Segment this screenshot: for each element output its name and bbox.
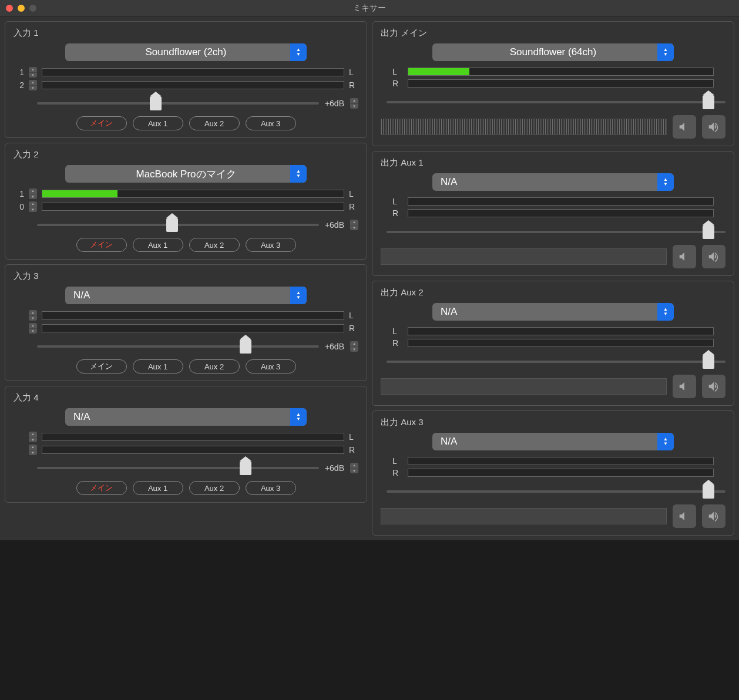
route-aux1-button[interactable]: Aux 1: [133, 481, 183, 495]
input-meters: 1▲▼L2▲▼R: [14, 67, 358, 90]
speaker-muted-icon: [678, 510, 691, 523]
route-aux1-button[interactable]: Aux 1: [133, 238, 183, 252]
dropdown-arrows-icon: ▲▼: [290, 43, 307, 61]
speaker-icon: [707, 120, 720, 133]
output-meter-r: [408, 79, 714, 88]
channel-number: 1: [14, 189, 24, 198]
route-aux1-button[interactable]: Aux 1: [133, 116, 183, 130]
route-aux2-button[interactable]: Aux 2: [189, 359, 240, 373]
channel-stepper[interactable]: ▲▼: [29, 445, 37, 455]
input-device-label: N/A: [73, 290, 90, 301]
channel-stepper[interactable]: ▲▼: [29, 80, 37, 90]
input-device-select[interactable]: MacBook Proのマイク▲▼: [65, 165, 307, 183]
out-R: R: [392, 79, 402, 88]
out-R: R: [392, 338, 402, 348]
channel-stepper[interactable]: ▲▼: [29, 323, 37, 334]
input-meter-row: 2▲▼R: [14, 80, 358, 90]
close-window-button[interactable]: [6, 5, 13, 12]
input-meter-row: 1▲▼L: [14, 67, 358, 78]
input-meters: ▲▼L▲▼R: [14, 432, 358, 455]
channel-stepper[interactable]: ▲▼: [29, 201, 37, 212]
input-device-label: N/A: [73, 411, 90, 423]
speaker-button[interactable]: [702, 245, 725, 268]
zoom-window-button[interactable]: [29, 5, 36, 12]
input-meter: [42, 68, 344, 76]
minimize-window-button[interactable]: [18, 5, 25, 12]
output-title: 出力 Aux 1: [381, 157, 725, 169]
input-device-select[interactable]: N/A▲▼: [65, 408, 307, 426]
gain-db-label: +6dB: [325, 99, 344, 108]
input-device-label: Soundflower (2ch): [146, 46, 227, 58]
channel-stepper[interactable]: ▲▼: [29, 189, 37, 199]
output-device-select[interactable]: N/A▲▼: [432, 433, 674, 450]
output-meters: LR: [381, 197, 725, 218]
speaker-icon: [707, 510, 720, 523]
output-device-label: N/A: [441, 306, 457, 318]
channel-stepper[interactable]: ▲▼: [350, 463, 358, 473]
mixer-content: 入力 1Soundflower (2ch)▲▼1▲▼L2▲▼R+6dB▲▼メイン…: [0, 16, 739, 540]
output-gain-slider[interactable]: [387, 484, 725, 499]
input-meter: [42, 324, 344, 332]
input-gain-slider[interactable]: [37, 339, 319, 354]
channel-stepper[interactable]: ▲▼: [29, 432, 37, 442]
input-device-select[interactable]: N/A▲▼: [65, 287, 307, 304]
output-panel-4: 出力 Aux 3N/A▲▼LR: [372, 410, 734, 536]
output-bottom-row: [381, 245, 725, 268]
output-gain-slider[interactable]: [387, 225, 725, 239]
route-aux2-button[interactable]: Aux 2: [189, 481, 240, 495]
input-panel-3: 入力 3N/A▲▼▲▼L▲▼R+6dB▲▼メインAux 1Aux 2Aux 3: [5, 264, 367, 381]
mute-button[interactable]: [673, 375, 696, 398]
speaker-button[interactable]: [702, 504, 725, 528]
input-gain-slider[interactable]: [37, 96, 319, 110]
route-aux3-button[interactable]: Aux 3: [246, 116, 296, 130]
output-device-select[interactable]: Soundflower (64ch)▲▼: [432, 43, 674, 61]
channel-stepper[interactable]: ▲▼: [350, 98, 358, 109]
vu-display: [381, 508, 667, 524]
route-main-button[interactable]: メイン: [76, 359, 127, 373]
route-aux1-button[interactable]: Aux 1: [133, 359, 183, 373]
input-device-select[interactable]: Soundflower (2ch)▲▼: [65, 43, 307, 61]
output-gain-slider[interactable]: [387, 355, 725, 369]
speaker-icon: [707, 380, 720, 393]
mute-button[interactable]: [673, 115, 696, 139]
input-title: 入力 1: [14, 28, 358, 39]
input-title: 入力 2: [14, 149, 358, 160]
channel-stepper[interactable]: ▲▼: [29, 67, 37, 78]
output-device-label: N/A: [441, 436, 457, 447]
output-gain-row: [381, 484, 725, 499]
channel-stepper[interactable]: ▲▼: [350, 220, 358, 230]
route-main-button[interactable]: メイン: [76, 238, 127, 252]
route-aux3-button[interactable]: Aux 3: [246, 481, 296, 495]
output-panel-2: 出力 Aux 1N/A▲▼LR: [372, 151, 734, 276]
output-meter-r: [408, 209, 714, 217]
input-meter: [42, 203, 344, 211]
input-panel-1: 入力 1Soundflower (2ch)▲▼1▲▼L2▲▼R+6dB▲▼メイン…: [5, 21, 367, 138]
speaker-muted-icon: [678, 120, 691, 133]
mute-button[interactable]: [673, 245, 696, 268]
channel-lr: R: [349, 80, 358, 90]
output-device-select[interactable]: N/A▲▼: [432, 173, 674, 191]
output-panel-1: 出力 メインSoundflower (64ch)▲▼LR: [372, 21, 734, 146]
speaker-button[interactable]: [702, 115, 725, 139]
speaker-button[interactable]: [702, 375, 725, 398]
input-gain-slider[interactable]: [37, 461, 319, 475]
channel-number: 1: [14, 68, 24, 77]
output-device-select[interactable]: N/A▲▼: [432, 303, 674, 321]
output-panel-3: 出力 Aux 2N/A▲▼LR: [372, 281, 734, 406]
channel-stepper[interactable]: ▲▼: [29, 310, 37, 321]
route-buttons: メインAux 1Aux 2Aux 3: [14, 238, 358, 252]
route-main-button[interactable]: メイン: [76, 481, 127, 495]
output-bottom-row: [381, 504, 725, 528]
output-gain-slider[interactable]: [387, 95, 725, 109]
route-aux3-button[interactable]: Aux 3: [246, 238, 296, 252]
channel-number: 2: [14, 80, 24, 90]
input-gain-slider[interactable]: [37, 218, 319, 232]
route-aux3-button[interactable]: Aux 3: [246, 359, 296, 373]
mute-button[interactable]: [673, 504, 696, 528]
channel-stepper[interactable]: ▲▼: [350, 341, 358, 352]
route-aux2-button[interactable]: Aux 2: [189, 238, 240, 252]
out-L: L: [392, 456, 402, 466]
route-main-button[interactable]: メイン: [76, 116, 127, 130]
route-buttons: メインAux 1Aux 2Aux 3: [14, 359, 358, 373]
route-aux2-button[interactable]: Aux 2: [189, 116, 240, 130]
